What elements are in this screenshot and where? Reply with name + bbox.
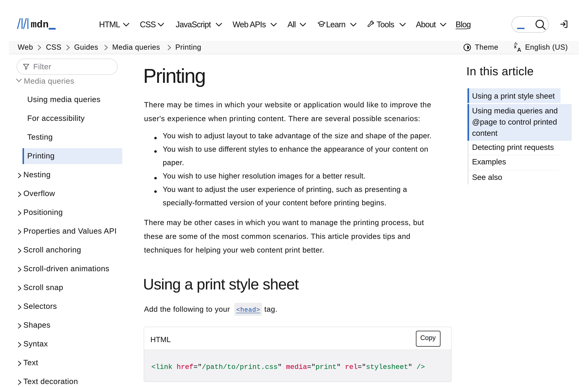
svg-text:A: A xyxy=(517,47,521,52)
svg-text:mdn: mdn xyxy=(31,19,49,30)
svg-text:x: x xyxy=(514,44,517,49)
